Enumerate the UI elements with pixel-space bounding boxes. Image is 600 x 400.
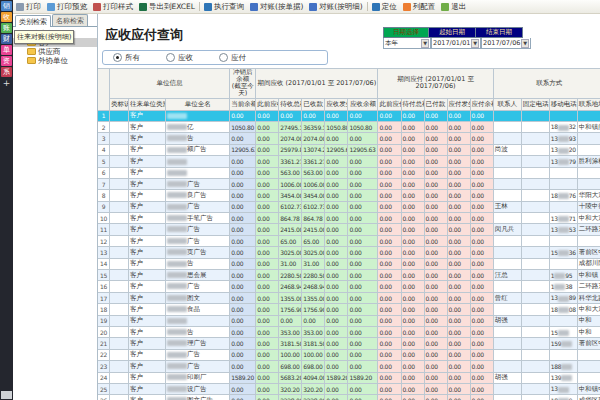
cell-prev-receivable[interactable]: 0.00 <box>256 224 279 235</box>
cell-payable-2[interactable]: 0.00 <box>424 304 447 315</box>
cell-receivable-total[interactable]: 3025.00 <box>279 247 302 258</box>
cell-payable-4[interactable]: 0.00 <box>470 144 493 155</box>
cell-payable-3[interactable]: 0.00 <box>447 270 470 281</box>
cell-unit-name[interactable]: 额广告 <box>166 144 230 155</box>
cell-current-balance[interactable]: 0.00 <box>230 383 256 394</box>
cell-current-balance[interactable]: 0.00 <box>230 304 256 315</box>
cell-payable-0[interactable]: 0.00 <box>378 110 401 121</box>
cell-payable-2[interactable]: 0.00 <box>424 121 447 132</box>
cell-mobile[interactable]: 1371 <box>549 213 577 224</box>
cell-received[interactable]: 3025.00 <box>302 247 325 258</box>
cell-payable-1[interactable]: 0.00 <box>401 133 424 144</box>
cell-receivable-total[interactable]: 1756.90 <box>279 304 302 315</box>
cell-unit-category[interactable]: 客户 <box>129 315 166 326</box>
cell-unit-name[interactable]: 手笔广告 <box>166 213 230 224</box>
table-row[interactable]: 21客户理广告0.000.003181.503181.500.000.000.0… <box>98 338 600 349</box>
module-icon-财[interactable]: 财 <box>1 34 12 44</box>
cell-telephone[interactable] <box>521 270 549 281</box>
cell-payable-1[interactable]: 0.00 <box>401 247 424 258</box>
cell-unit-category[interactable]: 客户 <box>129 235 166 246</box>
cell-class-flag[interactable] <box>110 338 129 349</box>
table-row[interactable]: 26客户图文广告0.000.002228.002228.000.000.000.… <box>98 395 600 400</box>
cell-receivable-total[interactable]: 5683.20 <box>279 372 302 383</box>
cell-class-flag[interactable] <box>110 156 129 167</box>
table-row[interactable]: 4客户额广告12905.630.0025979.8313074.2012905.… <box>98 144 600 155</box>
cell-address[interactable] <box>577 235 600 246</box>
cell-payable-3[interactable]: 0.00 <box>447 292 470 303</box>
cell-receivable-occurred[interactable]: 0.00 <box>325 213 348 224</box>
cell-mobile[interactable]: 1808 <box>549 304 577 315</box>
cell-unit-name[interactable]: 广告 <box>166 224 230 235</box>
cell-address[interactable] <box>577 110 600 121</box>
date-dropdown-日期选择[interactable]: 本年▼ <box>383 38 431 49</box>
cell-telephone[interactable] <box>521 258 549 269</box>
cell-payable-0[interactable]: 0.00 <box>378 201 401 212</box>
cell-current-balance[interactable]: 1589.20 <box>230 372 256 383</box>
cell-row-number[interactable]: 15 <box>98 270 110 281</box>
cell-class-flag[interactable] <box>110 167 129 178</box>
table-row[interactable]: 16客户广告0.000.002468.942468.940.000.000.00… <box>98 281 600 292</box>
cell-contact[interactable] <box>493 361 521 372</box>
cell-contact[interactable]: 曾红 <box>493 292 521 303</box>
cell-receivable-occurred[interactable]: 0.00 <box>325 167 348 178</box>
cell-payable-1[interactable]: 0.00 <box>401 224 424 235</box>
cell-row-number[interactable]: 1 <box>98 110 110 121</box>
cell-payable-2[interactable]: 0.00 <box>424 338 447 349</box>
cell-address[interactable]: 中和 <box>577 315 600 326</box>
cell-unit-name[interactable]: 告 <box>166 258 230 269</box>
cell-payable-1[interactable]: 0.00 <box>401 190 424 201</box>
cell-class-flag[interactable] <box>110 144 129 155</box>
cell-payable-2[interactable]: 0.00 <box>424 156 447 167</box>
cell-telephone[interactable] <box>521 372 549 383</box>
table-row[interactable]: 19客户0.000.000.000.000.000.000.000.000.00… <box>98 315 600 326</box>
cell-payable-0[interactable]: 0.00 <box>378 224 401 235</box>
cell-received[interactable]: 2280.50 <box>302 270 325 281</box>
cell-receivable-total[interactable]: 2074.00 <box>279 133 302 144</box>
cell-receivable-total[interactable]: 2415.00 <box>279 224 302 235</box>
cell-mobile[interactable] <box>549 349 577 360</box>
cell-unit-name[interactable]: 告 <box>166 326 230 337</box>
cell-mobile[interactable]: 1876 <box>549 190 577 201</box>
cell-payable-1[interactable]: 0.00 <box>401 372 424 383</box>
cell-payable-4[interactable]: 0.00 <box>470 247 493 258</box>
cell-payable-3[interactable]: 0.00 <box>447 258 470 269</box>
cell-receivable-occurred[interactable]: 0.00 <box>325 270 348 281</box>
cell-receivable-balance[interactable]: 0.00 <box>348 270 378 281</box>
cell-telephone[interactable] <box>521 361 549 372</box>
cell-address[interactable] <box>577 361 600 372</box>
cell-mobile[interactable] <box>549 201 577 212</box>
cell-unit-category[interactable]: 客户 <box>129 372 166 383</box>
cell-payable-0[interactable]: 0.00 <box>378 258 401 269</box>
cell-payable-3[interactable]: 0.00 <box>447 121 470 132</box>
cell-payable-2[interactable]: 0.00 <box>424 133 447 144</box>
cell-unit-category[interactable]: 客户 <box>129 395 166 400</box>
cell-row-number[interactable]: 21 <box>98 338 110 349</box>
cell-current-balance[interactable]: 0.00 <box>230 178 256 189</box>
cell-receivable-balance[interactable]: 0.00 <box>348 383 378 394</box>
cell-unit-category[interactable]: 客户 <box>129 292 166 303</box>
cell-class-flag[interactable] <box>110 315 129 326</box>
cell-receivable-total[interactable]: 27495.16 <box>279 121 302 132</box>
cell-payable-1[interactable]: 0.00 <box>401 156 424 167</box>
cell-current-balance[interactable]: 0.00 <box>230 156 256 167</box>
cell-mobile[interactable]: 1536 <box>549 247 577 258</box>
cell-class-flag[interactable] <box>110 372 129 383</box>
cell-current-balance[interactable]: 0.00 <box>230 326 256 337</box>
cell-row-number[interactable]: 5 <box>98 156 110 167</box>
cell-address[interactable]: 中和镇中 <box>577 383 600 394</box>
cell-payable-0[interactable]: 0.00 <box>378 372 401 383</box>
cell-unit-name[interactable]: 页广告 <box>166 247 230 258</box>
cell-received[interactable]: 6102.73 <box>302 201 325 212</box>
cell-payable-2[interactable]: 0.00 <box>424 224 447 235</box>
cell-receivable-total[interactable]: 31.00 <box>279 258 302 269</box>
cell-contact[interactable]: 汪总 <box>493 270 521 281</box>
cell-prev-receivable[interactable]: 0.00 <box>256 213 279 224</box>
toolbar-button-打印预览[interactable]: 打印预览 <box>44 0 90 13</box>
table-row[interactable]: 10客户手笔广告0.000.00864.78864.780.000.000.00… <box>98 213 600 224</box>
cell-payable-1[interactable]: 0.00 <box>401 144 424 155</box>
cell-address[interactable]: 中和大道 <box>577 213 600 224</box>
cell-payable-0[interactable]: 0.00 <box>378 121 401 132</box>
cell-class-flag[interactable] <box>110 326 129 337</box>
cell-contact[interactable]: 王林 <box>493 201 521 212</box>
cell-unit-category[interactable]: 客户 <box>129 383 166 394</box>
